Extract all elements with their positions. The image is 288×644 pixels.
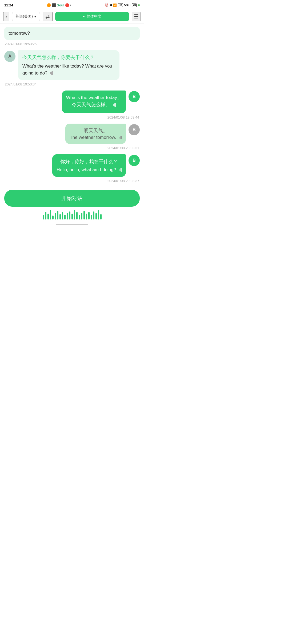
hd-badge: HD [118, 3, 123, 7]
chat-area: tomorrow? 2024/01/08 19:53:25 A 今天天气怎么样，… [0, 24, 144, 230]
app-icon-meituan: 🟠 [47, 3, 51, 7]
message-row-1: A 今天天气怎么样，你要去干什么？ What's the weather lik… [4, 50, 140, 80]
wave-bar [93, 211, 94, 219]
back-button[interactable]: ‹ [3, 12, 9, 21]
bubble-wrap-2: What's the weather today。 今天天气怎么样。 [62, 91, 126, 113]
swap-button[interactable]: ⇄ [43, 12, 53, 21]
sound-icon-1[interactable] [50, 71, 53, 75]
status-right-icons: ⏰ ✱ 📶 HD 5G↑↑ 73 [105, 3, 140, 7]
wave-bar [59, 214, 61, 219]
battery-dot [138, 4, 140, 6]
toolbar: ‹ 英语(美国) ▼ ⇄ ▼ 简体中文 ☰ [0, 10, 144, 24]
message-row-2: B What's the weather today。 今天天气怎么样。 [4, 91, 140, 113]
timestamp-4: 2024/01/08 20:03:37 [4, 178, 140, 187]
prev-message-timestamp: 2024/01/08 19:53:25 [4, 41, 140, 50]
wave-bar [88, 212, 90, 219]
app-icon-tiktok: ⬛ [52, 3, 56, 7]
target-lang-arrow: ▼ [83, 15, 85, 18]
target-lang-label: 简体中文 [87, 14, 102, 19]
wave-bar [91, 215, 92, 219]
bubble-4-english: Hello, hello, what am I doing? [57, 166, 122, 173]
status-bar: 11:24 🟠 ⬛ Soul 🔴 • ⏰ ✱ 📶 HD 5G↑↑ 73 [0, 0, 144, 10]
bubble-3-chinese: 明天天气。 [70, 127, 122, 134]
signal-icon: 5G↑↑ [124, 3, 131, 7]
bubble-2-chinese: 今天天气怎么样。 [66, 101, 122, 108]
wave-bar [57, 211, 58, 219]
bubble-1-english: What's the weather like today? What are … [22, 63, 115, 76]
wave-bar [50, 210, 51, 219]
status-app-icons: 🟠 ⬛ Soul 🔴 • [47, 3, 71, 7]
bubble-3[interactable]: 明天天气。 The weather tomorrow. [65, 124, 126, 144]
app-icon-redbook: 🔴 [65, 3, 69, 7]
bubble-1-chinese: 今天天气怎么样，你要去干什么？ [22, 54, 115, 61]
battery: 73 [132, 3, 137, 7]
timestamp-2: 2024/01/08 19:53:44 [4, 114, 140, 124]
wave-bar [71, 214, 73, 219]
sound-icon-4[interactable] [119, 168, 122, 172]
wave-bar [74, 210, 75, 219]
wave-bar [45, 212, 46, 219]
wave-bar [62, 212, 63, 219]
avatar-b-2: B [129, 124, 140, 135]
avatar-b-3: B [129, 155, 140, 166]
bubble-4-chinese: 你好，你好，我在干什么？ [57, 158, 122, 165]
bubble-2-english: What's the weather today。 [66, 94, 122, 101]
wave-bar [64, 215, 66, 219]
bubble-2[interactable]: What's the weather today。 今天天气怎么样。 [62, 91, 126, 113]
bubble-3-english: The weather tomorrow. [70, 135, 122, 140]
message-row-3: B 明天天气。 The weather tomorrow. [4, 124, 140, 144]
sound-icon-3[interactable] [119, 136, 122, 139]
alarm-icon: ⏰ [105, 3, 109, 7]
wave-bar [43, 215, 44, 219]
target-lang-button[interactable]: ▼ 简体中文 [55, 12, 129, 21]
bluetooth-icon: ✱ [110, 3, 112, 7]
wave-bar [76, 212, 78, 219]
bubble-wrap-3: 明天天气。 The weather tomorrow. [65, 124, 126, 144]
sound-icon-2[interactable] [113, 103, 116, 107]
wave-bar [95, 213, 97, 219]
start-conversation-button[interactable]: 开始对话 [4, 190, 140, 207]
prev-message-text: tomorrow? [9, 31, 30, 36]
avatar-a: A [4, 51, 15, 62]
app-icon-soul: Soul [57, 3, 64, 7]
wifi-icon: 📶 [113, 3, 117, 7]
menu-button[interactable]: ☰ [132, 12, 141, 21]
wave-bar [69, 211, 70, 219]
source-lang-selector[interactable]: 英语(美国) ▼ [12, 12, 40, 21]
bubble-wrap-4: 你好，你好，我在干什么？ Hello, hello, what am I doi… [52, 154, 126, 177]
bubble-4[interactable]: 你好，你好，我在干什么？ Hello, hello, what am I doi… [52, 154, 126, 177]
wave-bar [100, 214, 102, 219]
wave-bar [52, 215, 54, 219]
wave-bar [67, 213, 68, 219]
source-lang-arrow: ▼ [34, 15, 37, 18]
bottom-nav-indicator [56, 224, 88, 225]
wave-bar [47, 214, 49, 219]
wave-bar [83, 211, 85, 219]
prev-message-bubble: tomorrow? [4, 27, 140, 40]
dot-indicator: • [70, 3, 71, 7]
status-time: 11:24 [4, 3, 13, 7]
timestamp-1: 2024/01/08 19:53:34 [4, 81, 140, 91]
bubble-wrap-1: 今天天气怎么样，你要去干什么？ What's the weather like … [18, 50, 119, 80]
wave-bar [98, 210, 99, 219]
bubble-1[interactable]: 今天天气怎么样，你要去干什么？ What's the weather like … [18, 50, 119, 80]
message-row-4: B 你好，你好，我在干什么？ Hello, hello, what am I d… [4, 154, 140, 177]
avatar-b-1: B [129, 91, 140, 102]
wave-bar [79, 215, 80, 219]
waveform [4, 210, 140, 224]
wave-bar [55, 213, 56, 219]
wave-bar [81, 213, 82, 219]
timestamp-3: 2024/01/08 20:03:31 [4, 145, 140, 154]
wave-bar [86, 214, 87, 219]
